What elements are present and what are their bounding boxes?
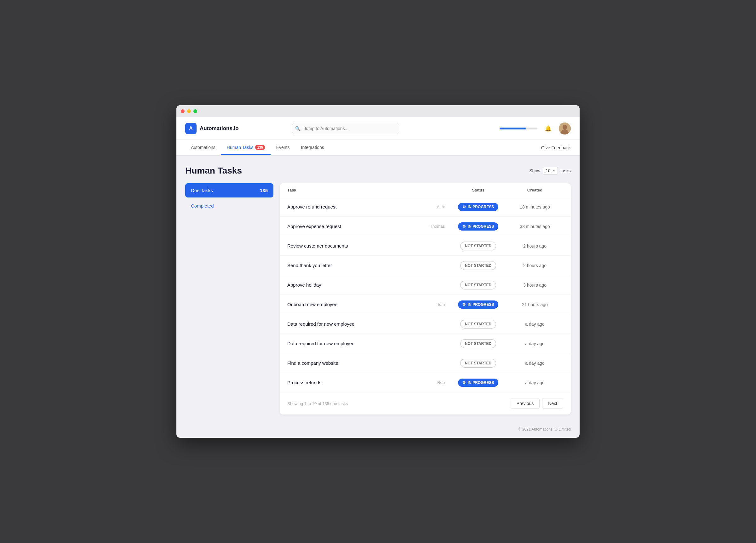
give-feedback-button[interactable]: Give Feedback [541, 145, 571, 150]
row-created-cell: 21 hours ago [507, 302, 563, 307]
gear-icon: ⚙ [462, 224, 466, 229]
table-row[interactable]: Process refunds Rob ⚙IN PROGRESS a day a… [280, 373, 571, 392]
search-bar: 🔍 [292, 123, 399, 134]
row-status-cell: NOT STARTED [450, 261, 507, 270]
row-status-cell: NOT STARTED [450, 320, 507, 329]
titlebar [176, 105, 580, 117]
copyright-text: © 2021 Automations IO Limited [518, 427, 571, 432]
human-tasks-badge: 135 [255, 145, 265, 150]
col-header-status: Status [450, 188, 507, 192]
app-window: A Automations.io 🔍 🔔 Automatio [176, 105, 580, 438]
row-task-cell: Data required for new employee [287, 321, 450, 327]
minimize-button[interactable] [187, 109, 191, 113]
status-badge: NOT STARTED [460, 320, 496, 329]
progress-bar-wrap [500, 128, 537, 129]
row-created-cell: 2 hours ago [507, 263, 563, 268]
table-row[interactable]: Find a company website NOT STARTED a day… [280, 353, 571, 373]
nav-item-integrations[interactable]: Integrations [295, 140, 330, 155]
task-name: Process refunds [287, 380, 321, 385]
page-header: Human Tasks Show 10 25 50 tasks [185, 166, 571, 176]
row-created-cell: 3 hours ago [507, 283, 563, 288]
main-content: Human Tasks Show 10 25 50 tasks Due Task… [176, 156, 580, 422]
gear-icon: ⚙ [462, 302, 466, 307]
table-footer: Showing 1 to 10 of 135 due tasks Previou… [280, 392, 571, 414]
show-control: Show 10 25 50 tasks [529, 167, 571, 174]
row-status-cell: ⚙IN PROGRESS [450, 222, 507, 231]
due-tasks-count: 135 [260, 188, 268, 193]
row-task-cell: Process refunds Rob [287, 380, 450, 385]
table-row[interactable]: Approve holiday NOT STARTED 3 hours ago [280, 275, 571, 295]
row-task-cell: Find a company website [287, 360, 450, 366]
status-badge: ⚙IN PROGRESS [458, 300, 498, 309]
status-badge: NOT STARTED [460, 242, 496, 250]
header-right: 🔔 [500, 123, 571, 134]
status-badge: ⚙IN PROGRESS [458, 379, 498, 387]
table-card: Task Status Created Approve refund reque… [280, 183, 571, 414]
nav-item-automations[interactable]: Automations [185, 140, 221, 155]
task-name: Review customer documents [287, 243, 348, 249]
table-row[interactable]: Approve refund request Alex ⚙IN PROGRESS… [280, 197, 571, 217]
table-row[interactable]: Onboard new employee Tom ⚙IN PROGRESS 21… [280, 295, 571, 314]
sidebar-item-completed[interactable]: Completed [185, 199, 273, 213]
gear-icon: ⚙ [462, 205, 466, 209]
table-row[interactable]: Data required for new employee NOT START… [280, 314, 571, 334]
status-badge: NOT STARTED [460, 359, 496, 368]
due-tasks-label: Due Tasks [191, 188, 213, 193]
row-created-cell: a day ago [507, 341, 563, 346]
task-assignee: Rob [437, 380, 445, 385]
row-status-cell: NOT STARTED [450, 339, 507, 348]
row-task-cell: Approve refund request Alex [287, 204, 450, 209]
task-name: Approve holiday [287, 282, 321, 288]
row-status-cell: NOT STARTED [450, 242, 507, 250]
table-row[interactable]: Review customer documents NOT STARTED 2 … [280, 236, 571, 256]
task-name: Find a company website [287, 360, 338, 366]
nav-item-events[interactable]: Events [271, 140, 295, 155]
row-created-cell: a day ago [507, 361, 563, 366]
close-button[interactable] [181, 109, 185, 113]
table-row[interactable]: Send thank you letter NOT STARTED 2 hour… [280, 256, 571, 275]
show-select[interactable]: 10 25 50 [543, 167, 558, 174]
tasks-label: tasks [560, 168, 571, 173]
row-task-cell: Send thank you letter [287, 263, 450, 268]
row-created-cell: a day ago [507, 380, 563, 385]
next-button[interactable]: Next [542, 398, 563, 409]
sidebar: Due Tasks 135 Completed [185, 183, 273, 414]
task-name: Onboard new employee [287, 302, 337, 307]
table-header: Task Status Created [280, 183, 571, 197]
sidebar-item-due-tasks[interactable]: Due Tasks 135 [185, 183, 273, 197]
logo-area: A Automations.io [185, 123, 239, 134]
previous-button[interactable]: Previous [511, 398, 540, 409]
gear-icon: ⚙ [462, 380, 466, 385]
show-label: Show [529, 168, 540, 173]
maximize-button[interactable] [193, 109, 197, 113]
nav: Automations Human Tasks 135 Events Integ… [176, 140, 580, 156]
nav-item-human-tasks[interactable]: Human Tasks 135 [221, 140, 271, 155]
search-icon: 🔍 [295, 126, 301, 131]
header: A Automations.io 🔍 🔔 [176, 117, 580, 140]
row-task-cell: Onboard new employee Tom [287, 302, 450, 307]
status-badge: NOT STARTED [460, 281, 496, 289]
completed-label: Completed [191, 203, 214, 209]
row-created-cell: 2 hours ago [507, 243, 563, 249]
row-status-cell: ⚙IN PROGRESS [450, 300, 507, 309]
task-name: Send thank you letter [287, 263, 332, 268]
row-status-cell: NOT STARTED [450, 359, 507, 368]
table-body: Approve refund request Alex ⚙IN PROGRESS… [280, 197, 571, 392]
task-assignee: Alex [437, 204, 445, 209]
avatar[interactable] [559, 123, 571, 134]
table-row[interactable]: Data required for new employee NOT START… [280, 334, 571, 353]
bell-icon[interactable]: 🔔 [542, 123, 554, 134]
status-badge: ⚙IN PROGRESS [458, 222, 498, 231]
pagination: Previous Next [511, 398, 563, 409]
task-name: Data required for new employee [287, 321, 354, 327]
col-header-task: Task [287, 188, 450, 192]
row-created-cell: 18 minutes ago [507, 204, 563, 209]
col-header-created: Created [507, 188, 563, 192]
table-row[interactable]: Approve expense request Thomas ⚙IN PROGR… [280, 217, 571, 236]
row-task-cell: Data required for new employee [287, 341, 450, 346]
task-assignee: Tom [437, 302, 445, 307]
row-created-cell: a day ago [507, 322, 563, 327]
search-input[interactable] [292, 123, 399, 134]
status-badge: NOT STARTED [460, 261, 496, 270]
task-name: Approve refund request [287, 204, 337, 209]
